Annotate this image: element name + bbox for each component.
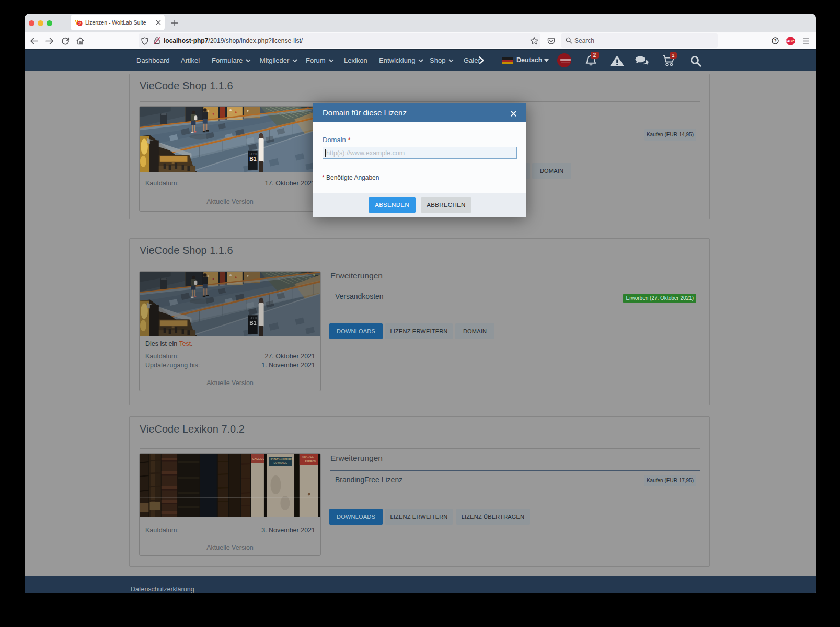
- svg-text:ABP: ABP: [787, 39, 795, 43]
- svg-text:2: 2: [78, 21, 81, 26]
- svg-text:?: ?: [774, 38, 777, 43]
